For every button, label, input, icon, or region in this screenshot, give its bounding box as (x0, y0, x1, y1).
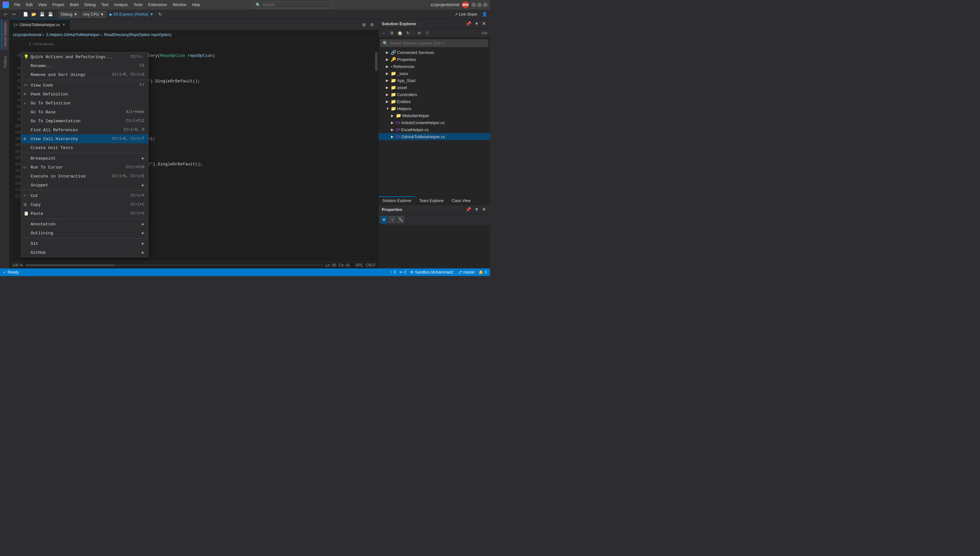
scrollbar-thumb[interactable] (375, 52, 377, 71)
title-search-box[interactable]: 🔍 (253, 2, 332, 8)
play-button[interactable]: ▶ IIS Express (Firefox) ▼ (108, 11, 156, 17)
ctx-git[interactable]: Git ▶ (21, 239, 148, 248)
tree-references[interactable]: ▶ ▪ References (379, 63, 490, 70)
breadcrumb-class[interactable]: Z.Helpers.GitHubToMetaHelper (46, 32, 99, 37)
menu-project[interactable]: Project (50, 2, 67, 8)
save-button[interactable]: 💾 (39, 11, 46, 18)
status-ready[interactable]: ✓ Ready (3, 270, 19, 275)
menu-test[interactable]: Test (99, 2, 111, 8)
prop-grid-btn[interactable]: ⊞ (381, 216, 387, 223)
tree-github-meta-helper[interactable]: ▶ C# GitHubToMetaHelper.cs (379, 133, 490, 140)
menu-window[interactable]: Window (170, 2, 189, 8)
status-notifications[interactable]: 🔔 3 (478, 270, 487, 275)
ctx-view-call-hierarchy[interactable]: ⊞ View Call Hierarchy Ctrl+K, Ctrl+T (21, 134, 148, 143)
menu-extensions[interactable]: Extensions (146, 2, 170, 8)
account-button[interactable]: 👤 (481, 11, 488, 18)
properties-pin-btn[interactable]: 📌 (465, 207, 472, 212)
tree-properties[interactable]: ▶ 🔑 Properties (379, 56, 490, 63)
ctx-remove-sort-usings[interactable]: Remove and Sort Usings Ctrl+R, Ctrl+G (21, 70, 148, 79)
properties-dropdown-btn[interactable]: ▼ (473, 207, 480, 212)
sol-search-input[interactable] (390, 41, 486, 46)
ctx-quick-actions[interactable]: 💡 Quick Actions and Refactorings... Ctrl… (21, 52, 148, 61)
ctx-breakpoint[interactable]: Breakpoint ▶ (21, 154, 148, 163)
ctx-goto-impl[interactable]: Go To Implementation Ctrl+F12 (21, 116, 148, 125)
ctx-cut[interactable]: ✂ Cut Ctrl+X (21, 191, 148, 200)
editor-tab-githubmetahelper[interactable]: C# GitHubToMetaHelper.cs ✕ (10, 19, 70, 30)
ctx-rename[interactable]: Rename... F2 (21, 61, 148, 70)
h-scrollbar-thumb[interactable] (26, 264, 115, 266)
ctx-goto-definition[interactable]: ↗ Go To Definition (21, 99, 148, 108)
title-search-input[interactable] (262, 3, 330, 7)
code-editor[interactable]: 2 references 90 public static void ReadD… (10, 39, 378, 262)
ctx-goto-base[interactable]: Go To Base Alt+Home (21, 108, 148, 116)
properties-close-btn[interactable]: ✕ (481, 207, 487, 212)
tree-app-start[interactable]: ▶ 📁 App_Start (379, 77, 490, 84)
editor-scrollbar[interactable] (374, 39, 378, 262)
status-errors[interactable]: ↑ 3 (390, 270, 396, 275)
open-button[interactable]: 📂 (30, 11, 37, 18)
tab-panel-btn[interactable]: ⊞ (360, 21, 367, 28)
status-branch[interactable]: ⎇ master (457, 270, 475, 275)
sol-sync-btn[interactable]: ⇄ (416, 29, 423, 36)
tree-sass[interactable]: ▶ 📁 _sass (379, 70, 490, 77)
breadcrumb-method[interactable]: ReadDirectory(RepoOption repoOption) (104, 32, 171, 37)
sol-back-btn[interactable]: ← (381, 29, 387, 36)
ctx-execute-interactive[interactable]: Execute in Interactive Ctrl+E, Ctrl+E (21, 172, 148, 181)
ctx-annotation[interactable]: Annotation ▶ (21, 220, 148, 228)
status-sandbox[interactable]: ⚙ Sandbox.Muhammad2 (410, 270, 454, 275)
tree-article-helper[interactable]: ▶ C# ArticleContentHelper.cs (379, 119, 490, 126)
live-share-button[interactable]: ↗ Live Share (452, 11, 480, 17)
menu-help[interactable]: Help (190, 2, 202, 8)
close-button[interactable]: ✕ (483, 3, 488, 7)
tab-team-explorer[interactable]: Team Explorer (415, 196, 447, 205)
debug-dropdown[interactable]: Debug ▼ (59, 11, 79, 18)
breadcrumb-project[interactable]: zzzprojecttutorial (13, 32, 42, 37)
undo-button[interactable]: ↩ (2, 11, 9, 18)
refresh-button[interactable]: ↻ (157, 11, 164, 18)
ctx-github[interactable]: GitHub ▶ (21, 248, 148, 257)
menu-debug[interactable]: Debug (82, 2, 98, 8)
tree-excel-helper[interactable]: ▶ C# ExcelHelper.cs (379, 126, 490, 133)
tree-entities[interactable]: ▶ 📁 Entities (379, 98, 490, 105)
ctx-outlining[interactable]: Outlining ▶ (21, 228, 148, 238)
menu-analyze[interactable]: Analyze (112, 2, 130, 8)
ctx-copy[interactable]: ⧉ Copy Ctrl+C (21, 200, 148, 209)
sidebar-tab-toolbox[interactable]: Toolbox (1, 53, 9, 71)
menu-edit[interactable]: Edit (23, 2, 35, 8)
panel-close-button[interactable]: ✕ (481, 21, 487, 26)
ctx-create-unit-tests[interactable]: Create Unit Tests (21, 143, 148, 152)
sidebar-tab-server-explorer[interactable]: Server Explorer (1, 19, 9, 50)
prop-wrench-btn[interactable]: 🔧 (397, 216, 404, 223)
tree-helpers[interactable]: ▼ 📁 Helpers (379, 105, 490, 112)
panel-dropdown-button[interactable]: ▼ (473, 21, 480, 26)
tab-class-view[interactable]: Class View (448, 196, 475, 205)
ctx-view-code[interactable]: <> View Code F7 (21, 81, 148, 90)
tab-settings-btn[interactable]: ⚙ (369, 21, 376, 28)
menu-view[interactable]: View (36, 2, 49, 8)
ctx-paste[interactable]: 📋 Paste Ctrl+V (21, 209, 148, 218)
tree-controllers[interactable]: ▶ 📁 Controllers (379, 91, 490, 98)
sol-home-btn[interactable]: 🏠 (397, 29, 403, 36)
panel-pin-button[interactable]: 📌 (465, 21, 472, 26)
ctx-run-to-cursor[interactable]: ▷ Run To Cursor Ctrl+F10 (21, 163, 148, 172)
minimize-button[interactable]: ─ (471, 3, 476, 7)
sol-refresh-btn[interactable]: ↻ (404, 29, 411, 36)
prop-sort-btn[interactable]: ↕ (389, 216, 396, 223)
sol-properties-btn[interactable]: ⚙ (389, 29, 395, 36)
tree-asset[interactable]: ▶ 📁 asset (379, 84, 490, 91)
menu-tools[interactable]: Tools (131, 2, 145, 8)
ctx-find-refs[interactable]: Find All References Ctrl+K, R (21, 125, 148, 134)
tree-website-helper[interactable]: ▶ 📁 WebsiteHelper (379, 112, 490, 119)
maximize-button[interactable]: □ (477, 3, 482, 7)
sol-search-box[interactable]: 🔍 (381, 40, 488, 47)
redo-button[interactable]: ↪ (10, 11, 17, 18)
ctx-peek-definition[interactable]: ≡ Peek Definition (21, 90, 148, 99)
menu-file[interactable]: File (11, 2, 23, 8)
ctx-snippet[interactable]: Snippet ▶ (21, 181, 148, 189)
status-warnings[interactable]: ✏ 2 (400, 270, 406, 275)
new-file-button[interactable]: 📄 (22, 11, 29, 18)
tab-solution-explorer[interactable]: Solution Explorer (379, 196, 415, 205)
sol-xml-btn[interactable]: </> (481, 29, 488, 36)
sol-filter-btn[interactable]: ▽ (424, 29, 431, 36)
tree-connected-services[interactable]: ▶ 🔗 Connected Services (379, 49, 490, 56)
